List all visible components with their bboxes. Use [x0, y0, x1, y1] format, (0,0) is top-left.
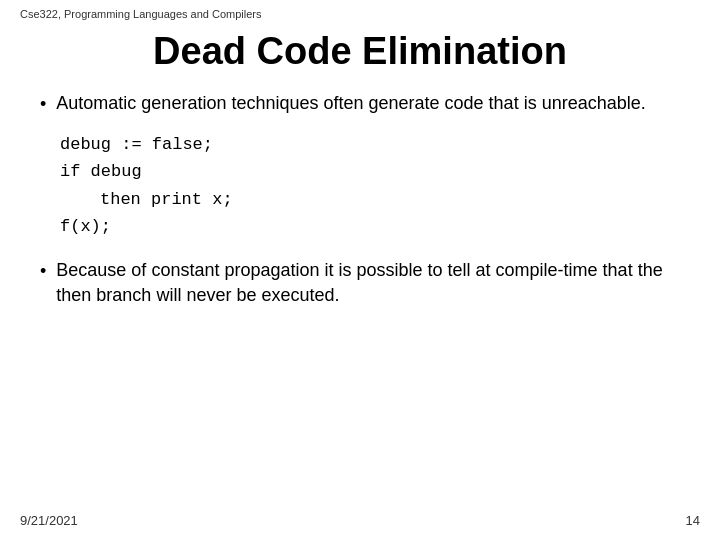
course-title: Cse322, Programming Languages and Compil… [20, 8, 262, 20]
content-area: • Automatic generation techniques often … [0, 91, 720, 308]
bullet-dot-1: • [40, 92, 46, 117]
slide-title: Dead Code Elimination [0, 20, 720, 91]
bullet-text-1: Automatic generation techniques often ge… [56, 91, 645, 116]
bullet-text-2: Because of constant propagation it is po… [56, 258, 680, 308]
code-line-2: if debug [60, 158, 680, 185]
bullet-1: • Automatic generation techniques often … [40, 91, 680, 117]
footer-date: 9/21/2021 [20, 513, 78, 528]
code-line-1: debug := false; [60, 131, 680, 158]
code-line-4: f(x); [60, 213, 680, 240]
footer: 9/21/2021 14 [20, 513, 700, 528]
bullet-dot-2: • [40, 259, 46, 284]
bullet-2: • Because of constant propagation it is … [40, 258, 680, 308]
code-line-3: then print x; [100, 186, 680, 213]
course-header: Cse322, Programming Languages and Compil… [0, 0, 720, 20]
footer-page: 14 [686, 513, 700, 528]
code-block: debug := false; if debug then print x; f… [60, 131, 680, 240]
